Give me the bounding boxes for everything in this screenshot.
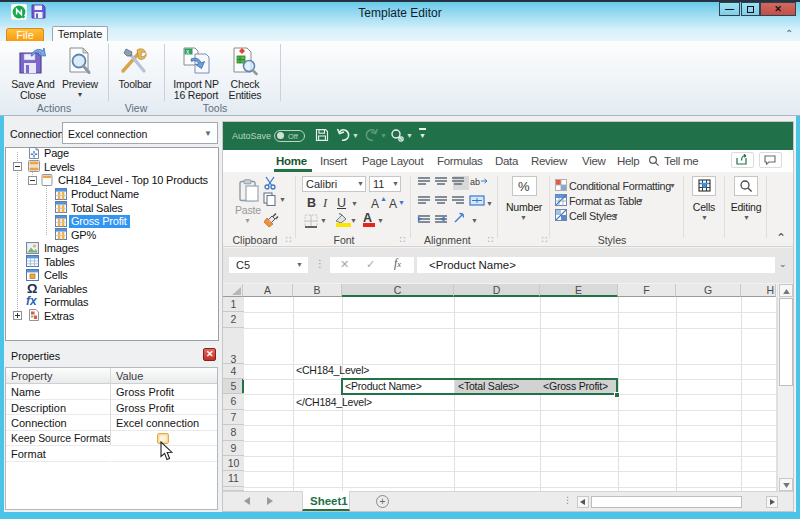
svg-text:ab: ab [470, 177, 480, 187]
